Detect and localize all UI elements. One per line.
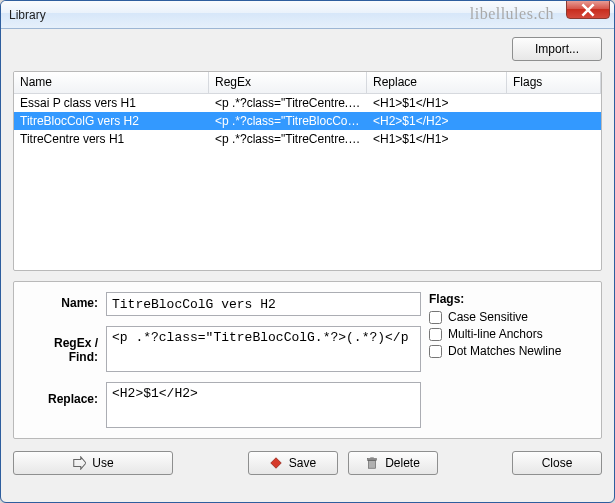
name-input[interactable] [106, 292, 421, 316]
cell-replace: <H1>$1</H1> [367, 95, 507, 111]
cell-replace: <H1>$1</H1> [367, 131, 507, 147]
cell-flags [507, 102, 601, 104]
flag-multiline[interactable]: Multi-line Anchors [429, 327, 589, 341]
flag-dot-newline[interactable]: Dot Matches Newline [429, 344, 589, 358]
cell-regex: <p .*?class="TitreBlocColG.*?>(.*... [209, 113, 367, 129]
regex-label: RegEx / Find: [26, 326, 98, 364]
library-list: Name RegEx Replace Flags Essai P class v… [13, 71, 602, 271]
name-label: Name: [26, 292, 98, 310]
delete-icon [365, 456, 379, 470]
client-area: Import... Name RegEx Replace Flags Essai… [1, 29, 614, 502]
delete-button-label: Delete [385, 456, 420, 470]
table-row[interactable]: TitreCentre vers H1<p .*?class="TitreCen… [14, 130, 601, 148]
replace-input[interactable] [106, 382, 421, 428]
close-button[interactable]: Close [512, 451, 602, 475]
import-button[interactable]: Import... [512, 37, 602, 61]
cell-name: TitreBlocColG vers H2 [14, 113, 209, 129]
use-button[interactable]: Use [13, 451, 173, 475]
flags-group: Flags: Case Sensitive Multi-line Anchors… [429, 292, 589, 361]
dot-label: Dot Matches Newline [448, 344, 561, 358]
library-window: Library libellules.ch Import... Name Reg… [0, 0, 615, 503]
svg-rect-2 [368, 459, 377, 461]
svg-rect-3 [370, 457, 374, 459]
close-icon [581, 3, 595, 17]
regex-input[interactable] [106, 326, 421, 372]
close-button-label: Close [542, 456, 573, 470]
cell-regex: <p .*?class="TitreCentre.*?>(.*?)... [209, 131, 367, 147]
watermark-text: libellules.ch [470, 5, 554, 23]
case-checkbox[interactable] [429, 311, 442, 324]
svg-rect-1 [369, 460, 376, 468]
dot-checkbox[interactable] [429, 345, 442, 358]
svg-marker-0 [271, 458, 282, 469]
header-flags[interactable]: Flags [507, 72, 601, 93]
flag-case-sensitive[interactable]: Case Sensitive [429, 310, 589, 324]
cell-name: Essai P class vers H1 [14, 95, 209, 111]
multiline-label: Multi-line Anchors [448, 327, 543, 341]
table-row[interactable]: Essai P class vers H1<p .*?class="TitreC… [14, 94, 601, 112]
cell-replace: <H2>$1</H2> [367, 113, 507, 129]
cell-regex: <p .*?class="TitreCentre.*?>(.*?)... [209, 95, 367, 111]
replace-label: Replace: [26, 382, 98, 406]
list-body[interactable]: Essai P class vers H1<p .*?class="TitreC… [14, 94, 601, 270]
header-name[interactable]: Name [14, 72, 209, 93]
top-button-row: Import... [13, 37, 602, 61]
titlebar[interactable]: Library libellules.ch [1, 1, 614, 29]
multiline-checkbox[interactable] [429, 328, 442, 341]
cell-name: TitreCentre vers H1 [14, 131, 209, 147]
table-row[interactable]: TitreBlocColG vers H2<p .*?class="TitreB… [14, 112, 601, 130]
save-button-label: Save [289, 456, 316, 470]
button-bar: Use Save Delete [13, 449, 602, 475]
save-button[interactable]: Save [248, 451, 338, 475]
use-button-label: Use [92, 456, 113, 470]
cell-flags [507, 120, 601, 122]
list-header: Name RegEx Replace Flags [14, 72, 601, 94]
close-window-button[interactable] [566, 0, 610, 19]
header-replace[interactable]: Replace [367, 72, 507, 93]
case-label: Case Sensitive [448, 310, 528, 324]
flags-label: Flags: [429, 292, 589, 306]
cell-flags [507, 138, 601, 140]
window-title: Library [9, 8, 46, 22]
import-button-label: Import... [535, 42, 579, 56]
delete-button[interactable]: Delete [348, 451, 438, 475]
header-regex[interactable]: RegEx [209, 72, 367, 93]
use-icon [72, 456, 86, 470]
save-icon [269, 456, 283, 470]
edit-form: Name: Flags: Case Sensitive Multi-line A… [13, 281, 602, 439]
